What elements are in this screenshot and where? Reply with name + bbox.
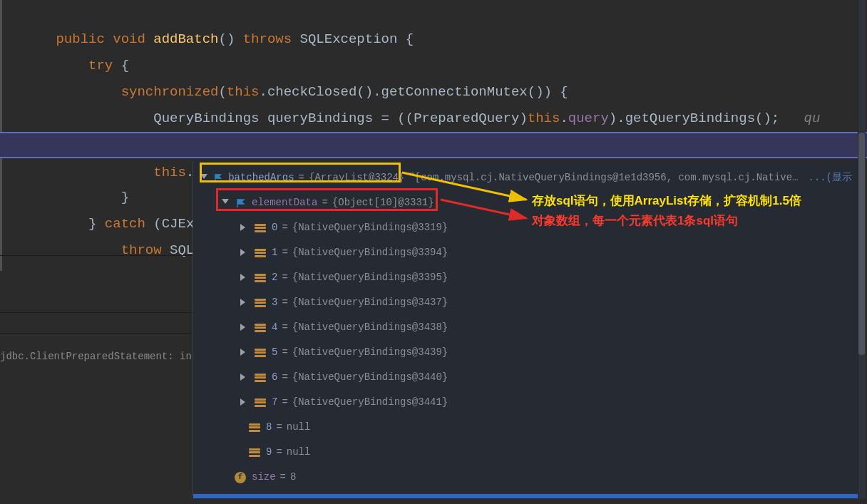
equals: = [282,290,287,315]
variable-value: {NativeQueryBindings@3439} [292,340,448,365]
array-element-icon [255,299,266,307]
tree-row-array-item[interactable]: 5={NativeQueryBindings@3439} [200,340,852,365]
vertical-scrollbar[interactable] [858,0,866,499]
array-index: 1 [272,240,277,265]
chevron-down-icon[interactable] [200,174,208,182]
flag-icon [236,198,246,208]
chevron-right-icon[interactable] [240,249,249,257]
tree-row-array-item[interactable]: 0={NativeQueryBindings@3319} [200,215,852,240]
scrollbar-thumb[interactable] [858,133,865,355]
array-element-icon [255,324,266,332]
tree-row-array-item[interactable]: 7={NativeQueryBindings@3441} [200,390,852,415]
array-index: 7 [272,390,277,415]
tree-row-batchedArgs[interactable]: batchedArgs = {ArrayList@3324} "[com.mys… [200,165,852,190]
array-index: 3 [272,290,277,315]
variable-value: {NativeQueryBindings@3395} [292,265,448,290]
equals: = [282,390,287,415]
variable-value: {NativeQueryBindings@3437} [292,290,448,315]
tree-row-array-item[interactable]: 9=null [200,440,852,465]
code-line[interactable]: QueryBindings queryBindings = ((Prepared… [0,79,867,106]
array-index: 9 [266,440,272,465]
equals: = [322,190,327,215]
show-more-link[interactable]: ...(显示 [808,165,852,190]
code-line[interactable]: try { [0,26,867,53]
chevron-right-icon[interactable] [240,374,249,382]
equals: = [282,315,287,340]
separator [0,333,200,334]
array-index: 0 [272,215,277,240]
variable-value: null [287,415,311,440]
variable-name: batchedArgs [228,165,294,190]
variable-value: {NativeQueryBindings@3319} [292,215,448,240]
variable-value: {NativeQueryBindings@3440} [292,365,448,390]
variable-value: {NativeQueryBindings@3441} [292,390,448,415]
code-line-current[interactable]: this.query.addBatch(queryBindings.clone(… [0,132,867,158]
separator [0,312,200,313]
variable-string: "[com.mysql.cj.NativeQueryBindings@1e1d3… [409,165,804,190]
tree-row-array-item[interactable]: 8=null [200,415,852,440]
array-element-icon [255,249,266,257]
array-element-icon [255,349,266,357]
tree-row-array-item[interactable]: 2={NativeQueryBindings@3395} [200,265,852,290]
equals: = [282,265,287,290]
variable-value: {ArrayList@3324} [309,165,404,190]
array-index: 4 [272,315,277,340]
array-element-icon [255,398,266,407]
debugger-variables-panel[interactable]: batchedArgs = {ArrayList@3324} "[com.mys… [193,161,860,496]
chevron-right-icon[interactable] [240,274,249,282]
variable-name: elementData [252,190,317,215]
variable-value: {Object[10]@3331} [332,190,434,215]
chevron-down-icon[interactable] [222,199,230,207]
equals: = [282,215,287,240]
array-element-icon [255,274,266,282]
separator [0,255,200,256]
array-element-icon [255,224,266,232]
code-line[interactable]: public void addBatch() throws SQLExcepti… [0,0,867,26]
code-line[interactable]: queryBindings.checkAllParametersSet(); [0,106,867,132]
variable-value: 8 [290,465,296,490]
equals: = [276,415,282,440]
tree-row-size[interactable]: f size = 8 [200,465,852,490]
equals: = [282,240,287,265]
variable-value: null [287,440,311,465]
variables-tree: batchedArgs = {ArrayList@3324} "[com.mys… [200,165,852,490]
chevron-right-icon[interactable] [240,299,249,307]
tree-row-array-item[interactable]: 1={NativeQueryBindings@3394} [200,240,852,265]
array-element-icon [249,423,260,432]
tree-row-array-item[interactable]: 6={NativeQueryBindings@3440} [200,365,852,390]
chevron-right-icon[interactable] [240,349,249,357]
variable-value: {NativeQueryBindings@3394} [292,240,448,265]
array-index: 2 [272,265,277,290]
chevron-right-icon[interactable] [240,324,249,332]
annotation-red: 对象数组，每一个元素代表1条sql语句 [532,212,738,229]
array-index: 5 [272,340,277,365]
equals: = [282,340,287,365]
array-element-icon [255,374,266,382]
array-element-icon [249,448,260,457]
code-line[interactable]: synchronized(this.checkClosed().getConne… [0,53,867,79]
annotation-yellow: 存放sql语句，使用ArrayList存储，扩容机制1.5倍 [532,192,801,209]
tree-row-array-item[interactable]: 4={NativeQueryBindings@3438} [200,315,852,340]
variable-value: {NativeQueryBindings@3438} [292,315,448,340]
console-fragment: jdbc.ClientPreparedStatement: ins [0,351,200,362]
variable-name: size [252,465,276,490]
array-index: 8 [266,415,272,440]
flag-icon [214,173,222,183]
tree-row-array-item[interactable]: 3={NativeQueryBindings@3437} [200,290,852,315]
field-icon: f [235,472,246,483]
chevron-right-icon[interactable] [240,398,249,407]
equals: = [280,465,286,490]
equals: = [282,365,287,390]
equals: = [299,165,304,190]
array-index: 6 [272,365,277,390]
chevron-right-icon[interactable] [240,224,249,232]
equals: = [276,440,282,465]
editor-root: public void addBatch() throws SQLExcepti… [0,0,867,504]
